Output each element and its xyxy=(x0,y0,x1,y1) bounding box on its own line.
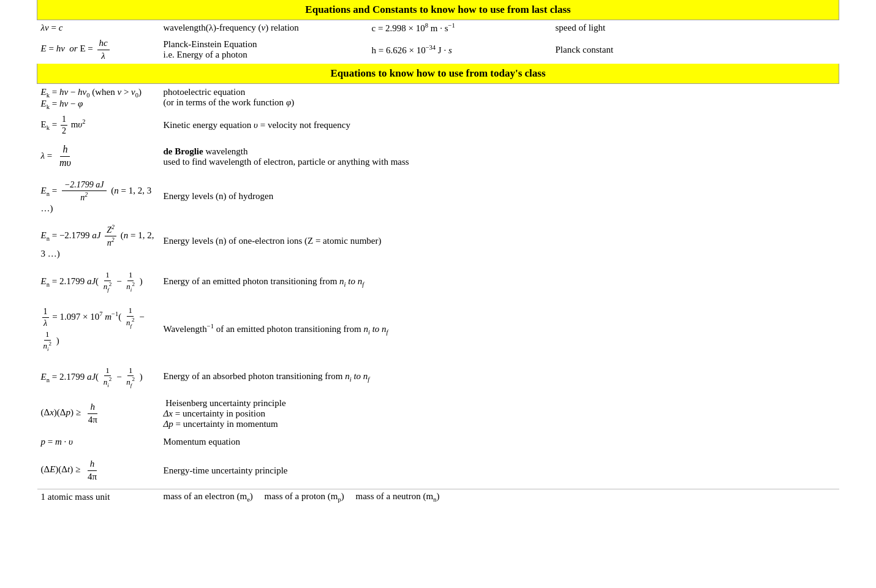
header1-cell: Equations and Constants to know how to u… xyxy=(37,0,839,20)
header2-cell: Equations to know how to use from today'… xyxy=(37,64,839,84)
eq-debroglie: λ = h mυ xyxy=(37,138,160,175)
eq-row-wavelength: λν = c wavelength(λ)-frequency (ν) relat… xyxy=(37,20,839,36)
eq-energy-ion: En = −2.1799 aJ Z2 n2 (n = 1, 2, 3 …) xyxy=(37,219,160,264)
eq-row-momentum: p = m · υ Momentum equation xyxy=(37,432,839,452)
desc-atomic-mass: mass of an electron (me) mass of a proto… xyxy=(160,489,839,505)
eq-planck: E = hν or E = hc λ xyxy=(37,36,160,64)
eq-row-wavelength-inv: 1 λ = 1.097 × 107 m−1( 1 nf2 − 1 ni2 ) W… xyxy=(37,300,839,359)
const-wavelength: c = 2.998 × 108 m · s−1 xyxy=(368,20,552,36)
eq-kinetic: Ek = 1 2 mυ2 xyxy=(37,112,160,138)
section1-table: Equations and Constants to know how to u… xyxy=(37,0,839,505)
desc-wavelength: wavelength(λ)-frequency (ν) relation xyxy=(160,20,368,36)
eq-wavelength: λν = c xyxy=(37,20,160,36)
desc-emitted: Energy of an emitted photon transitionin… xyxy=(160,264,839,300)
eq-wavelength-inv: 1 λ = 1.097 × 107 m−1( 1 nf2 − 1 ni2 ) xyxy=(37,300,160,359)
bottom-row: 1 atomic mass unit mass of an electron (… xyxy=(37,489,839,505)
eq-energy-h: En = −2.1799 aJ n2 (n = 1, 2, 3 …) xyxy=(37,175,160,219)
eq-row-energy-h: En = −2.1799 aJ n2 (n = 1, 2, 3 …) Energ… xyxy=(37,175,839,219)
constdesc-wavelength: speed of light xyxy=(552,20,839,36)
desc-energy-time: Energy-time uncertainty principle xyxy=(160,452,839,489)
eq-row-energy-ion: En = −2.1799 aJ Z2 n2 (n = 1, 2, 3 …) En… xyxy=(37,219,839,264)
desc-planck: Planck-Einstein Equation i.e. Energy of … xyxy=(160,36,368,64)
eq-absorbed: En = 2.1799 aJ( 1 ni2 − 1 nf2 ) xyxy=(37,360,160,396)
const-planck: h = 6.626 × 10−34 J · s xyxy=(368,36,552,64)
desc-heisenberg: Heisenberg uncertainty principle Δx = un… xyxy=(160,395,839,432)
desc-wavelength-inv: Wavelength−1 of an emitted photon transi… xyxy=(160,300,839,359)
eq-momentum: p = m · υ xyxy=(37,432,160,452)
desc-debroglie: de Broglie wavelength used to find wavel… xyxy=(160,138,839,175)
eq-row-kinetic: Ek = 1 2 mυ2 Kinetic energy equation υ =… xyxy=(37,112,839,138)
eq-row-energy-time: (ΔE)(Δt) ≥ h 4π Energy-time uncertainty … xyxy=(37,452,839,489)
eq-heisenberg: (Δx)(Δp) ≥ h 4π xyxy=(37,395,160,432)
desc-kinetic: Kinetic energy equation υ = velocity not… xyxy=(160,112,839,138)
eq-row-debroglie: λ = h mυ de Broglie wavelength used to f… xyxy=(37,138,839,175)
page-wrapper: Equations and Constants to know how to u… xyxy=(37,0,839,505)
eq-emitted: En = 2.1799 aJ( 1 nf2 − 1 ni2 ) xyxy=(37,264,160,300)
desc-momentum: Momentum equation xyxy=(160,432,839,452)
desc-absorbed: Energy of an absorbed photon transitioni… xyxy=(160,360,839,396)
eq-row-heisenberg: (Δx)(Δp) ≥ h 4π Heisenberg uncertainty p… xyxy=(37,395,839,432)
eq-row-absorbed: En = 2.1799 aJ( 1 ni2 − 1 nf2 ) Energy o… xyxy=(37,360,839,396)
desc-energy-h: Energy levels (n) of hydrogen xyxy=(160,175,839,219)
desc-photoelectric: photoelectric equation (or in terms of t… xyxy=(160,84,839,113)
header2-row: Equations to know how to use from today'… xyxy=(37,64,839,84)
eq-energy-time: (ΔE)(Δt) ≥ h 4π xyxy=(37,452,160,489)
eq-row-photoelectric: Ek = hν − hν0 (when ν > ν0) Ek = hν − φ … xyxy=(37,84,839,113)
eq-row-planck: E = hν or E = hc λ Planck-Einstein Equat… xyxy=(37,36,839,64)
header1-row: Equations and Constants to know how to u… xyxy=(37,0,839,20)
eq-row-emitted: En = 2.1799 aJ( 1 nf2 − 1 ni2 ) Energy o… xyxy=(37,264,839,300)
desc-energy-ion: Energy levels (n) of one-electron ions (… xyxy=(160,219,839,264)
label-atomic-mass: 1 atomic mass unit xyxy=(37,489,160,505)
constdesc-planck: Planck constant xyxy=(552,36,839,64)
eq-photoelectric: Ek = hν − hν0 (when ν > ν0) Ek = hν − φ xyxy=(37,84,160,113)
